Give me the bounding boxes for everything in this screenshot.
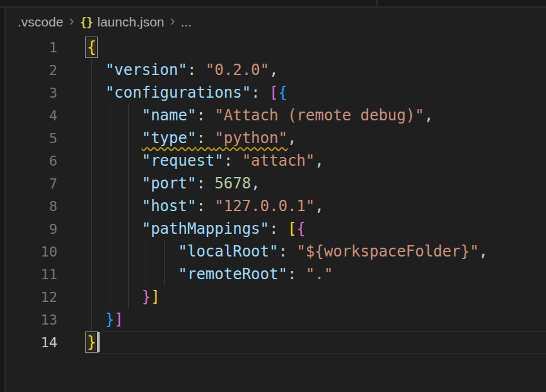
- line-number[interactable]: 1: [6, 40, 87, 55]
- code-line[interactable]: 6 "request": "attach",: [6, 149, 546, 172]
- code-token: :: [187, 61, 206, 79]
- line-number[interactable]: 3: [6, 85, 87, 101]
- code-token: :: [196, 107, 214, 124]
- tab-bar-edge: [0, 0, 546, 8]
- code-token: :: [224, 152, 242, 170]
- code-line[interactable]: 2 "version": "0.2.0",: [6, 59, 546, 81]
- code-token: {: [296, 220, 305, 238]
- code-line-content[interactable]: "remoteRoot": ".": [87, 265, 333, 283]
- code-token: [: [269, 84, 278, 101]
- code-line-content[interactable]: "request": "attach",: [87, 152, 324, 170]
- line-number[interactable]: 7: [6, 176, 87, 192]
- code-token: :: [269, 220, 288, 238]
- code-token: ]: [151, 288, 160, 306]
- code-line-content[interactable]: }: [87, 333, 96, 351]
- code-token: "localRoot": [178, 243, 279, 260]
- code-token: :: [288, 265, 306, 283]
- code-token: :: [196, 197, 214, 215]
- code-token: ,: [315, 152, 323, 170]
- code-line-content[interactable]: "localRoot": "${workspaceFolder}",: [87, 243, 488, 260]
- code-line[interactable]: 12 }]: [6, 285, 546, 308]
- code-token: {: [278, 84, 287, 101]
- code-token: }: [105, 311, 114, 328]
- code-line[interactable]: 11 "remoteRoot": ".": [6, 263, 546, 285]
- line-number[interactable]: 2: [6, 62, 87, 78]
- code-line[interactable]: 1{: [6, 36, 546, 59]
- code-line-content[interactable]: "pathMappings": [{: [87, 220, 306, 238]
- code-line-content[interactable]: }]: [87, 288, 160, 306]
- line-number[interactable]: 14: [6, 335, 87, 350]
- code-line[interactable]: 8 "host": "127.0.0.1",: [6, 195, 546, 217]
- line-number[interactable]: 9: [6, 221, 87, 237]
- code-token: ".": [306, 265, 333, 283]
- code-token: "Attach (remote debug)": [214, 107, 424, 124]
- code-token: "127.0.0.1": [214, 197, 315, 215]
- code-line-content[interactable]: }]: [87, 311, 124, 328]
- line-number[interactable]: 8: [6, 199, 87, 214]
- code-token: "request": [142, 152, 224, 170]
- breadcrumbs: .vscode › {} launch.json › ...: [6, 8, 546, 36]
- code-line[interactable]: 3 "configurations": [{: [6, 81, 546, 104]
- breadcrumb-file[interactable]: launch.json: [97, 14, 164, 30]
- code-token: "host": [142, 197, 197, 215]
- code-token: ,: [288, 129, 296, 147]
- code-line-content[interactable]: "port": 5678,: [87, 175, 260, 192]
- code-token: ,: [315, 197, 323, 215]
- code-token: ]: [114, 311, 123, 328]
- code-token: ,: [269, 61, 278, 79]
- code-token: "configurations": [105, 84, 251, 101]
- editor-pane: .vscode › {} launch.json › ... 1{2 "vers…: [6, 8, 546, 392]
- chevron-right-icon: ›: [170, 14, 175, 27]
- code-token: "name": [142, 107, 197, 124]
- code-token: ,: [251, 175, 260, 192]
- code-token: "remoteRoot": [178, 265, 288, 283]
- code-line[interactable]: 5 "type": "python",: [6, 127, 546, 149]
- breadcrumb-symbols-ellipsis[interactable]: ...: [181, 14, 192, 30]
- code-token: "pathMappings": [142, 220, 269, 238]
- json-file-icon: {}: [79, 15, 93, 29]
- line-number[interactable]: 12: [6, 289, 87, 305]
- code-line-content[interactable]: "version": "0.2.0",: [87, 61, 278, 79]
- code-line[interactable]: 9 "pathMappings": [{: [6, 217, 546, 240]
- code-token: {: [87, 38, 96, 56]
- cursor: [97, 332, 100, 352]
- code-token: }: [142, 288, 151, 306]
- code-token: "type": [142, 129, 197, 147]
- code-token: :: [196, 129, 214, 147]
- line-number[interactable]: 6: [6, 153, 87, 169]
- line-number[interactable]: 10: [6, 244, 87, 260]
- code-line-content[interactable]: {: [87, 38, 96, 56]
- code-line-content[interactable]: "configurations": [{: [87, 84, 288, 101]
- code-token: "${workspaceFolder}": [296, 243, 479, 260]
- code-lines: 1{2 "version": "0.2.0",3 "configurations…: [6, 36, 546, 354]
- code-token: "version": [105, 61, 187, 79]
- code-line[interactable]: 13 }]: [6, 308, 546, 331]
- code-token: 5678: [214, 175, 251, 192]
- code-line-content[interactable]: "host": "127.0.0.1",: [87, 197, 324, 215]
- line-number[interactable]: 5: [6, 130, 87, 146]
- code-token: :: [251, 84, 269, 101]
- chevron-right-icon: ›: [69, 14, 74, 27]
- line-number[interactable]: 13: [6, 312, 87, 328]
- code-line-content[interactable]: "name": "Attach (remote debug)",: [87, 107, 433, 124]
- code-line[interactable]: 7 "port": 5678,: [6, 172, 546, 195]
- sidebar-edge: [0, 0, 6, 392]
- code-token: ,: [424, 107, 433, 124]
- line-number[interactable]: 4: [6, 108, 87, 124]
- code-token: ,: [479, 243, 487, 260]
- code-token: "port": [142, 175, 197, 192]
- code-token: [: [288, 220, 296, 238]
- code-token: "python": [214, 129, 288, 147]
- current-line-highlight: [87, 331, 546, 354]
- code-line[interactable]: 14}: [6, 331, 546, 354]
- code-token: "attach": [242, 152, 315, 170]
- code-line-content[interactable]: "type": "python",: [87, 129, 296, 147]
- code-token: "0.2.0": [206, 61, 269, 79]
- line-number[interactable]: 11: [6, 267, 87, 282]
- tab-divider: [376, 0, 378, 6]
- breadcrumb-folder[interactable]: .vscode: [18, 14, 63, 30]
- code-line[interactable]: 10 "localRoot": "${workspaceFolder}",: [6, 240, 546, 263]
- code-token: }: [87, 333, 96, 351]
- code-line[interactable]: 4 "name": "Attach (remote debug)",: [6, 104, 546, 127]
- code-token: :: [278, 243, 296, 260]
